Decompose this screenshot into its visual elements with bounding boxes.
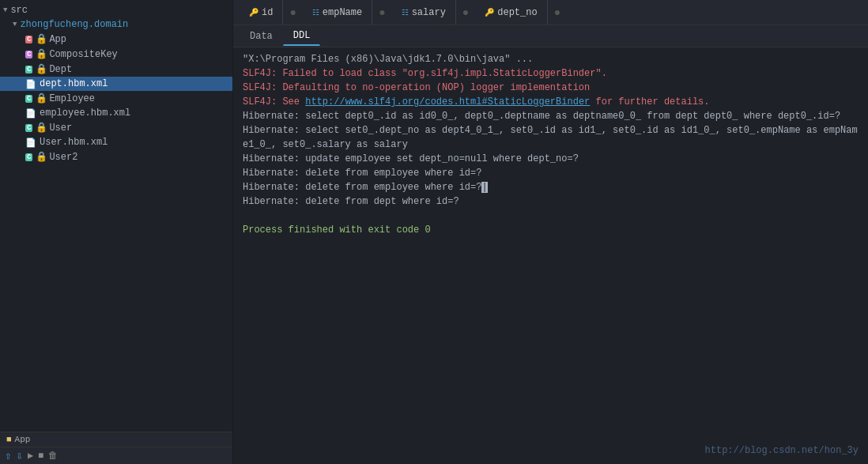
file-tree: ▼ src ▼ zhongfucheng.domain C 🔒 App C 🔒 … [0, 0, 232, 432]
sidebar: ▼ src ▼ zhongfucheng.domain C 🔒 App C 🔒 … [0, 0, 233, 464]
collapse-icon: ▼ [13, 21, 17, 28]
java-icon: C [25, 66, 32, 74]
nav-up-icon[interactable]: ⇧ [5, 449, 11, 462]
tree-item-label: dept.hbm.xml [40, 78, 108, 89]
tree-item-label: App [49, 34, 66, 45]
tab-ddl[interactable]: DDL [283, 26, 321, 46]
java-icon: C [25, 95, 32, 103]
console-line [243, 209, 859, 223]
slf4j-link[interactable]: http://www.slf4j.org/codes.html#StaticLo… [305, 96, 590, 108]
tree-item-domain[interactable]: ▼ zhongfucheng.domain [0, 17, 232, 32]
key-icon: 🔑 [485, 8, 494, 17]
col-salary-label: salary [412, 7, 446, 18]
watermark: http://blog.csdn.net/hon_3y [705, 445, 859, 456]
console-line: SLF4J: Failed to load class "org.slf4j.i… [243, 66, 859, 81]
tabs-bar: Data DDL [233, 25, 868, 47]
tree-item-app[interactable]: C 🔒 App [0, 32, 232, 47]
col-deptno-label: dept_no [497, 7, 537, 18]
java-icon: C [25, 153, 32, 161]
lock-icon: 🔒 [36, 33, 47, 45]
col-deptno: 🔑 dept_no [475, 0, 547, 25]
tree-item-label: employee.hbm.xml [40, 108, 130, 119]
nav-stop-icon[interactable]: ■ [38, 451, 43, 462]
app-bar-icon: ■ [6, 435, 12, 444]
console-line: Hibernate: select dept0_.id as id0_0_, d… [243, 109, 859, 123]
console-line: "X:\Program Files (x86)\Java\jdk1.7.0\bi… [243, 52, 859, 66]
lock-icon: 🔒 [36, 122, 47, 134]
tree-item-label: Dept [49, 64, 72, 75]
tree-item-dept-hbm[interactable]: 📄 dept.hbm.xml [0, 77, 232, 91]
lock-icon: 🔒 [36, 92, 47, 104]
key-icon: 🔑 [249, 8, 259, 17]
lock-icon: 🔒 [36, 63, 47, 75]
console-line: Hibernate: delete from employee where id… [243, 166, 859, 180]
col-empname: ☷ empName [303, 0, 372, 25]
col-empname-label: empName [323, 7, 362, 18]
xml-icon: 📄 [25, 138, 36, 148]
tree-item-dept[interactable]: C 🔒 Dept [0, 62, 232, 77]
tree-item-label: Employee [49, 93, 95, 104]
console-line: SLF4J: Defaulting to no-operation (NOP) … [243, 81, 859, 95]
col-id: 🔑 id [240, 0, 283, 25]
sidebar-app-bar: ■ App [0, 432, 232, 447]
grid-icon: ☷ [402, 8, 409, 17]
tree-item-employee[interactable]: C 🔒 Employee [0, 91, 232, 106]
console-line: SLF4J: See http://www.slf4j.org/codes.ht… [243, 95, 859, 109]
tree-item-label: User [49, 123, 72, 134]
nav-trash-icon[interactable]: 🗑 [48, 450, 58, 462]
nav-down-icon[interactable]: ⇩ [16, 449, 22, 462]
src-label: src [10, 5, 28, 16]
tree-item-compositekey[interactable]: C 🔒 CompositeKey [0, 47, 232, 62]
tree-item-user-hbm[interactable]: 📄 User.hbm.xml [0, 135, 232, 149]
java-icon: C [25, 124, 32, 132]
col-salary: ☷ salary [392, 0, 456, 25]
table-header: 🔑 id ● ☷ empName ● ☷ salary ● 🔑 dept_no … [233, 0, 868, 25]
grid-icon: ☷ [312, 8, 319, 17]
tree-item-label: User.hbm.xml [40, 137, 108, 148]
col-dot: ● [372, 6, 391, 19]
col-dot: ● [548, 6, 567, 19]
lock-icon: 🔒 [36, 151, 47, 163]
col-id-label: id [262, 7, 273, 18]
tree-item-user2[interactable]: C 🔒 User2 [0, 149, 232, 164]
collapse-icon: ▼ [3, 6, 7, 14]
nav-run-icon[interactable]: ▶ [28, 450, 33, 462]
app-bar-label: App [15, 435, 31, 444]
tree-item-label: User2 [49, 152, 77, 163]
tree-item-src[interactable]: ▼ src [0, 3, 232, 17]
main-panel: 🔑 id ● ☷ empName ● ☷ salary ● 🔑 dept_no … [233, 0, 868, 464]
domain-label: zhongfucheng.domain [20, 19, 128, 30]
col-dot: ● [456, 6, 475, 19]
lock-icon: 🔒 [36, 48, 47, 60]
tab-data[interactable]: Data [240, 27, 283, 46]
tree-item-label: CompositeKey [49, 49, 117, 60]
xml-icon: 📄 [25, 108, 36, 119]
console-area: "X:\Program Files (x86)\Java\jdk1.7.0\bi… [233, 47, 868, 464]
tree-item-employee-hbm[interactable]: 📄 employee.hbm.xml [0, 106, 232, 120]
console-line: Hibernate: delete from employee where id… [243, 180, 859, 194]
console-line: Hibernate: delete from dept where id=? [243, 194, 859, 209]
console-process: Process finished with exit code 0 [243, 223, 859, 237]
console-line: Hibernate: update employee set dept_no=n… [243, 152, 859, 166]
tree-item-user[interactable]: C 🔒 User [0, 120, 232, 135]
java-icon: C [25, 51, 32, 58]
xml-icon: 📄 [25, 79, 36, 89]
console-line: Hibernate: select set0_.dept_no as dept4… [243, 123, 859, 152]
col-dot: ● [283, 6, 302, 19]
java-icon: C [25, 36, 32, 43]
